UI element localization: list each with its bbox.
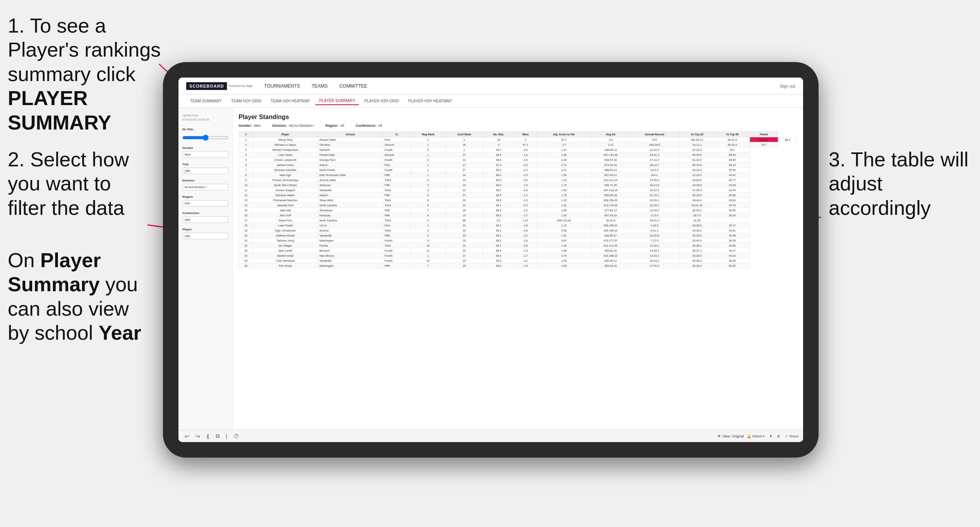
tab-player-h2h-grid[interactable]: PLAYER H2H GRID bbox=[360, 97, 403, 105]
table-row[interactable]: 16Alex GoffKentuckyFifth81968.3-1.71.924… bbox=[239, 213, 797, 218]
table-row[interactable]: 9Preston SummerhaysArizona StateThird324… bbox=[239, 178, 797, 183]
step1-text: 1. To see a Player's rankings summary cl… bbox=[8, 14, 161, 134]
table-row[interactable]: 2Michael Le SassoOle MissSecond118067.1-… bbox=[239, 142, 797, 147]
table-cell: 40.75 bbox=[715, 203, 750, 208]
table-row[interactable]: 20Matthew RiedelVanderbiltFifth92368.1-1… bbox=[239, 233, 797, 238]
table-cell: First bbox=[383, 162, 411, 168]
col-wins: Wins bbox=[514, 132, 536, 137]
table-cell: 1.47 bbox=[536, 147, 592, 152]
table-cell: 2.34 bbox=[536, 157, 592, 162]
nav-tournaments[interactable]: TOURNAMENTS bbox=[264, 82, 300, 90]
table-cell: 20-14-5 bbox=[630, 183, 679, 188]
table-row[interactable]: 18Luke PowellUCLAFirst42469.1-1.81.13500… bbox=[239, 223, 797, 228]
share-btn[interactable]: ↗ Share bbox=[785, 434, 798, 438]
table-cell: 27 bbox=[446, 162, 483, 168]
filter-region-value: All bbox=[340, 124, 344, 128]
table-row[interactable]: 3Michael ThorbjornsenStanfordFourth2168.… bbox=[239, 147, 797, 152]
table-cell: Florida bbox=[318, 243, 383, 248]
table-row[interactable]: 8Mats EgeEast Tennessee StateFifth12468.… bbox=[239, 173, 797, 178]
table-cell: 1 bbox=[410, 137, 445, 142]
tab-team-summary[interactable]: TEAM SUMMARY bbox=[186, 97, 226, 105]
table-cell: -1.5 bbox=[514, 208, 536, 213]
table-cell: 24 bbox=[446, 248, 483, 253]
table-row[interactable]: 11Gordon SargentVanderbiltThird42168.7-0… bbox=[239, 188, 797, 193]
table-row[interactable]: 25Cole SherwoodVanderbiltFourth122369.3-… bbox=[239, 258, 797, 263]
table-cell: 24 bbox=[446, 223, 483, 228]
table-cell: 50-19-8 bbox=[679, 162, 715, 168]
table-row[interactable]: 21Taehoon SongWashingtonFourth42369.2-1.… bbox=[239, 238, 797, 243]
table-row[interactable]: 23Jack LundinMissouriFourth112468.6-2.31… bbox=[239, 248, 797, 253]
table-cell: 387-133-16 bbox=[592, 188, 630, 193]
table-cell: 1 bbox=[410, 168, 445, 173]
table-row[interactable]: 6Jackson KoivuAuburnFirst12767.3-2.02.72… bbox=[239, 162, 797, 168]
logo: SCOREBOARD Powered by dippi bbox=[186, 82, 253, 90]
table-row[interactable]: 19Tiger ChristensenArizonaThird52369.2-0… bbox=[239, 228, 797, 233]
grid-btn[interactable]: ⊞ bbox=[777, 434, 780, 438]
table-row[interactable]: 10Jacob Skov OlesenArkansasFifth32368.4-… bbox=[239, 183, 797, 188]
instruction-2: 2. Select how you want to filter the dat… bbox=[8, 147, 151, 220]
download-btn[interactable]: ⬇ bbox=[769, 434, 772, 438]
table-cell: 3.10 bbox=[592, 142, 630, 147]
table-row[interactable]: 5Christo LamprechtGeorgia TechFourth2216… bbox=[239, 157, 797, 162]
conference-select[interactable]: (All) bbox=[182, 216, 229, 223]
table-cell: -1.6 bbox=[514, 263, 536, 268]
table-cell: -0.8 bbox=[514, 228, 536, 233]
table-row[interactable]: 17David FordNorth CarolinaThird4690.21.4… bbox=[239, 218, 797, 223]
tab-team-h2h-heatmap[interactable]: TEAM H2H HEATMAP bbox=[267, 97, 314, 105]
table-cell: Fourth bbox=[383, 248, 411, 253]
table-cell: 1.79 bbox=[536, 193, 592, 198]
table-cell: North Florida bbox=[318, 168, 383, 173]
tab-player-summary[interactable]: PLAYER SUMMARY bbox=[315, 97, 359, 105]
table-row[interactable]: 7Nicholas GabrietixNorth FloridaFourth12… bbox=[239, 168, 797, 173]
table-row[interactable]: 1Wenyi DingArizona StateFirst1115167.1-3… bbox=[239, 137, 797, 142]
tab-player-h2h-heatmap[interactable]: PLAYER H2H HEATMAP bbox=[405, 97, 456, 105]
watch-btn[interactable]: 🔔 Watch ▾ bbox=[747, 434, 765, 438]
player-select[interactable]: (All) bbox=[182, 233, 229, 239]
table-cell: Jake Hall bbox=[253, 208, 318, 213]
table-cell: 0.74 bbox=[536, 253, 592, 258]
toolbar-copy[interactable]: ⧉ bbox=[214, 432, 221, 440]
table-cell: 8-6-1 bbox=[630, 173, 679, 178]
table-cell: 12 bbox=[239, 193, 253, 198]
table-row[interactable]: 12Brendan ValdesAuburnFifth53768.4-1.11.… bbox=[239, 193, 797, 198]
table-row[interactable]: 24Bastien AmatNew MexicoFourth12769.4-1.… bbox=[239, 253, 797, 258]
table-cell: 2 bbox=[410, 147, 445, 152]
nav-teams[interactable]: TEAMS bbox=[312, 82, 327, 90]
table-row[interactable]: 22Ian GilliganFloridaThird102468.7-0.81.… bbox=[239, 243, 797, 248]
no-rds-slider[interactable] bbox=[182, 135, 229, 141]
table-cell: 1.15 bbox=[536, 198, 592, 203]
table-cell: Michael Le Sasso bbox=[253, 142, 318, 147]
table-row[interactable]: 14Maxwell FordNorth CarolinaThird52269.1… bbox=[239, 203, 797, 208]
table-row[interactable]: 13Phichaisak MaichonTexas A&MThird63069.… bbox=[239, 198, 797, 203]
division-select[interactable]: NCAA Division I bbox=[182, 184, 229, 190]
table-row[interactable]: 4Luke ClatonFlorida StateSecond12768.2-1… bbox=[239, 152, 797, 157]
table-cell: Brendan Valdes bbox=[253, 193, 318, 198]
nav-committee[interactable]: COMMITTEE bbox=[339, 82, 367, 90]
table-cell: New Mexico bbox=[318, 253, 383, 258]
table-row[interactable]: 26Petr HrubyWashingtonFifth72568.6-1.61.… bbox=[239, 263, 797, 268]
table-row[interactable]: 15Jake HallTennesseeFifth71868.5-1.51.66… bbox=[239, 208, 797, 213]
table-cell: -2.0 bbox=[514, 162, 536, 168]
tab-team-h2h-grid[interactable]: TEAM H2H GRID bbox=[227, 97, 265, 105]
gender-select[interactable]: Men bbox=[182, 151, 229, 158]
toolbar-undo[interactable]: ↩ bbox=[183, 432, 191, 440]
toolbar-rewind[interactable]: ⟪ bbox=[205, 432, 211, 440]
table-cell: -0.5 bbox=[514, 203, 536, 208]
table-cell: 20-26-1 bbox=[630, 198, 679, 203]
table-cell: 1 bbox=[446, 147, 483, 152]
toolbar-clock[interactable]: ⏱ bbox=[232, 432, 241, 440]
toolbar-redo[interactable]: ↪ bbox=[194, 432, 202, 440]
table-cell: Washington bbox=[318, 263, 383, 268]
view-label[interactable]: View: Original bbox=[722, 434, 744, 438]
table-cell: 40.69 bbox=[715, 243, 750, 248]
region-select[interactable]: N/A bbox=[182, 200, 229, 207]
sign-out-link[interactable]: Sign out bbox=[780, 84, 795, 88]
table-cell: 8-21-1 bbox=[630, 228, 679, 233]
table-cell: 28-12-7 bbox=[630, 162, 679, 168]
table-cell: Vanderbilt bbox=[318, 258, 383, 263]
table-cell: 2.01 bbox=[536, 168, 592, 173]
table-cell: 35-26-4 bbox=[679, 263, 715, 268]
table-cell: 10-15-1 bbox=[630, 253, 679, 258]
table-cell: 18 bbox=[446, 208, 483, 213]
year-select[interactable]: (All) bbox=[182, 168, 229, 174]
